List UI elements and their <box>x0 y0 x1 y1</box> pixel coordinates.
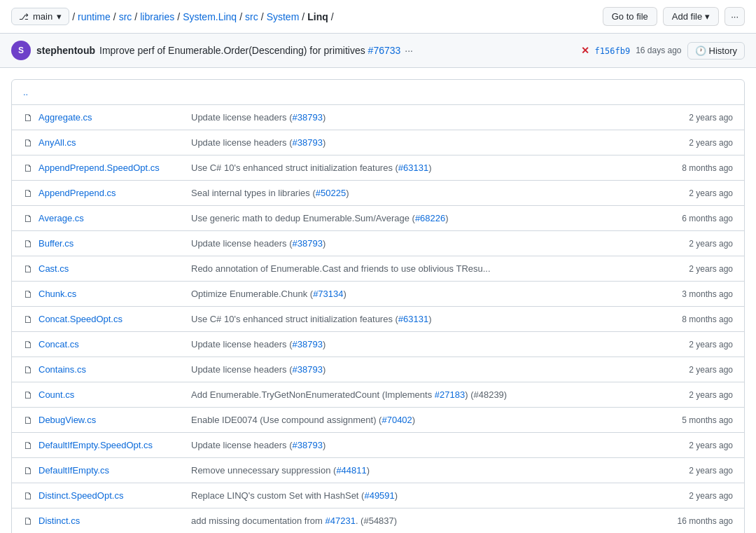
breadcrumb: ⎇ main ▾ / runtime / src / libraries / S… <box>11 8 334 25</box>
file-icon: 🗋 <box>23 440 33 451</box>
top-bar: ⎇ main ▾ / runtime / src / libraries / S… <box>0 0 756 34</box>
commit-hash: f156fb9 <box>595 45 631 56</box>
file-link[interactable]: Aggregate.cs <box>38 112 92 123</box>
breadcrumb-link-system[interactable]: System <box>267 11 300 22</box>
breadcrumb-link-src[interactable]: src <box>119 11 132 22</box>
file-icon: 🗋 <box>23 162 33 174</box>
file-message-cell: Add Enumerable.TryGetNonEnumeratedCount … <box>191 389 642 400</box>
file-time-cell: 2 years ago <box>642 441 733 450</box>
file-message-cell: Update license headers (#38793) <box>191 137 642 148</box>
table-row: 🗋DebugView.csEnable IDE0074 (Use compoun… <box>12 408 744 433</box>
file-pr-link[interactable]: #73134 <box>313 289 343 299</box>
table-row: 🗋AppendPrepend.csSeal internal types in … <box>12 181 744 206</box>
file-link[interactable]: Contains.cs <box>38 364 86 375</box>
file-pr-link[interactable]: #38793 <box>293 440 323 450</box>
breadcrumb-link-libraries[interactable]: libraries <box>140 11 174 22</box>
file-icon: 🗋 <box>23 314 33 325</box>
file-pr-link[interactable]: #50225 <box>316 188 346 198</box>
file-table: .. 🗋Aggregate.csUpdate license headers (… <box>11 79 745 533</box>
file-time-cell: 3 months ago <box>642 289 733 299</box>
top-actions: Go to file Add file ▾ ··· <box>603 7 745 26</box>
file-message-cell: Enable IDE0074 (Use compound assignment)… <box>191 415 642 425</box>
add-file-button[interactable]: Add file ▾ <box>663 7 719 26</box>
file-link[interactable]: Cast.cs <box>38 263 69 274</box>
file-link[interactable]: Chunk.cs <box>38 289 76 299</box>
file-pr-link[interactable]: #68226 <box>415 213 445 223</box>
file-pr-link[interactable]: #27183 <box>435 389 465 400</box>
file-icon: 🗋 <box>23 490 33 501</box>
add-file-label: Add file <box>672 11 702 22</box>
file-message-cell: Optimize Enumerable.Chunk (#73134) <box>191 289 642 299</box>
file-icon: 🗋 <box>23 415 33 426</box>
file-pr-link[interactable]: #63131 <box>398 314 428 324</box>
file-pr-link[interactable]: #47231 <box>325 515 355 526</box>
avatar: S <box>11 41 31 60</box>
table-row: 🗋Chunk.csOptimize Enumerable.Chunk (#731… <box>12 282 744 307</box>
file-icon: 🗋 <box>23 515 33 527</box>
file-time-cell: 6 months ago <box>642 214 733 223</box>
file-pr-link[interactable]: #70402 <box>382 415 412 425</box>
table-row: 🗋Concat.csUpdate license headers (#38793… <box>12 332 744 357</box>
file-link[interactable]: Concat.cs <box>38 339 79 349</box>
more-options-button[interactable]: ··· <box>724 7 745 26</box>
breadcrumb-link-systemlinq[interactable]: System.Linq <box>183 11 237 22</box>
commit-ellipsis[interactable]: ··· <box>405 45 413 56</box>
file-pr-link[interactable]: #49591 <box>364 490 394 501</box>
file-message-cell: Update license headers (#38793) <box>191 112 642 123</box>
file-name-cell: 🗋AppendPrepend.cs <box>23 188 191 199</box>
file-message-cell: add missing documentation from #47231. (… <box>191 515 642 526</box>
file-name-cell: 🗋AnyAll.cs <box>23 137 191 148</box>
file-link[interactable]: Buffer.cs <box>38 238 74 249</box>
table-row: 🗋DefaultIfEmpty.csRemove unnecessary sup… <box>12 458 744 483</box>
table-row: 🗋DefaultIfEmpty.SpeedOpt.csUpdate licens… <box>12 433 744 458</box>
file-name-cell: 🗋Distinct.cs <box>23 515 191 527</box>
parent-dir-link[interactable]: .. <box>23 85 733 99</box>
file-time-cell: 2 years ago <box>642 239 733 249</box>
branch-selector[interactable]: ⎇ main ▾ <box>11 8 69 25</box>
file-link[interactable]: AppendPrepend.cs <box>38 188 116 198</box>
file-link[interactable]: DefaultIfEmpty.SpeedOpt.cs <box>38 440 153 450</box>
breadcrumb-link-runtime[interactable]: runtime <box>78 11 111 22</box>
file-pr-link[interactable]: #38793 <box>293 364 323 375</box>
file-icon: 🗋 <box>23 188 33 199</box>
commit-pr-link[interactable]: #76733 <box>368 45 401 56</box>
file-time-cell: 5 months ago <box>642 415 733 425</box>
file-time-cell: 2 years ago <box>642 138 733 148</box>
file-pr-link[interactable]: #44811 <box>336 465 366 476</box>
file-link[interactable]: Distinct.cs <box>38 515 80 526</box>
commit-author[interactable]: stephentoub <box>36 45 95 56</box>
file-name-cell: 🗋Chunk.cs <box>23 289 191 300</box>
chevron-down-icon: ▾ <box>705 11 710 22</box>
file-link[interactable]: Distinct.SpeedOpt.cs <box>38 490 123 501</box>
file-link[interactable]: AnyAll.cs <box>38 137 76 148</box>
file-icon: 🗋 <box>23 112 33 123</box>
table-row: 🗋Distinct.SpeedOpt.csReplace LINQ's cust… <box>12 483 744 508</box>
file-link[interactable]: Count.cs <box>38 389 74 400</box>
breadcrumb-current: Linq <box>307 11 328 22</box>
file-message-cell: Use generic math to dedup Enumerable.Sum… <box>191 213 642 223</box>
file-time-cell: 8 months ago <box>642 163 733 173</box>
file-pr-link[interactable]: #38793 <box>293 238 323 249</box>
branch-label: main <box>33 11 52 22</box>
history-button[interactable]: 🕐 History <box>687 42 745 60</box>
file-name-cell: 🗋Concat.SpeedOpt.cs <box>23 314 191 325</box>
go-to-file-button[interactable]: Go to file <box>603 7 657 26</box>
file-pr-link[interactable]: #38793 <box>293 112 323 123</box>
file-message-cell: Update license headers (#38793) <box>191 339 642 349</box>
file-link[interactable]: DebugView.cs <box>38 415 96 425</box>
commit-hash-link[interactable]: f156fb9 <box>595 46 631 56</box>
file-pr-link[interactable]: #38793 <box>293 137 323 148</box>
breadcrumb-sep-4: / <box>239 11 242 22</box>
file-link[interactable]: DefaultIfEmpty.cs <box>38 465 109 476</box>
breadcrumb-link-src2[interactable]: src <box>245 11 258 22</box>
file-message-cell: Remove unnecessary suppression (#44811) <box>191 465 642 476</box>
file-icon: 🗋 <box>23 389 33 401</box>
file-time-cell: 2 years ago <box>642 390 733 400</box>
file-link[interactable]: Average.cs <box>38 213 84 223</box>
file-link[interactable]: Concat.SpeedOpt.cs <box>38 314 122 324</box>
table-row: 🗋Concat.SpeedOpt.csUse C# 10's enhanced … <box>12 307 744 332</box>
commit-meta: ✕ f156fb9 16 days ago 🕐 History <box>581 42 745 60</box>
file-pr-link[interactable]: #63131 <box>398 162 428 173</box>
file-pr-link[interactable]: #38793 <box>293 339 323 349</box>
file-link[interactable]: AppendPrepend.SpeedOpt.cs <box>38 162 160 173</box>
